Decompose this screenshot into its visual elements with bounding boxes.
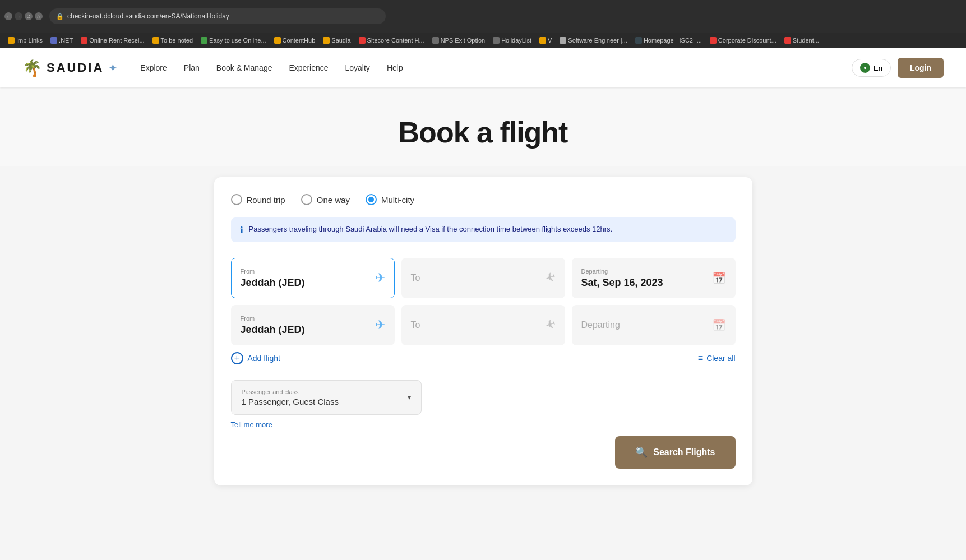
bookmark-homepage[interactable]: Homepage - ISC2 -... [632, 36, 705, 45]
bookmark-corporate[interactable]: Corporate Discount... [706, 36, 780, 45]
bookmark-to-be-noted[interactable]: To be noted [149, 36, 197, 45]
passenger-dropdown[interactable]: Passenger and class 1 Passenger, Guest C… [231, 380, 422, 415]
bookmark-imp-links[interactable]: Imp Links [4, 36, 46, 45]
refresh-button[interactable]: ↺ [25, 12, 33, 20]
bookmark-saudia[interactable]: Saudia [320, 36, 354, 45]
bookmark-icon [493, 37, 500, 44]
chevron-down-icon: ▾ [408, 394, 411, 401]
language-button[interactable]: ● En [852, 59, 891, 77]
bookmark-icon [635, 37, 642, 44]
forward-button[interactable]: → [15, 12, 22, 20]
login-button[interactable]: Login [898, 58, 944, 78]
departing-placeholder-2: Departing [581, 320, 708, 330]
flight-row-2: From Jeddah (JED) ✈ To ✈ Departing 📅 [231, 305, 736, 345]
hero-section: Book a flight [0, 87, 966, 166]
search-flights-button[interactable]: 🔍 Search Flights [615, 436, 735, 469]
to-content-2: To [411, 320, 541, 330]
logo-area[interactable]: 🌴 SAUDIA ✦ [22, 59, 118, 77]
bookmark-icon [274, 37, 281, 44]
departing-label-1: Departing [581, 268, 708, 275]
from-content-2: From Jeddah (JED) [241, 315, 371, 336]
radio-selected-indicator [368, 197, 374, 202]
passenger-value: 1 Passenger, Guest Class [242, 397, 408, 406]
clear-all-button[interactable]: ≡ Clear all [698, 353, 736, 363]
bookmark-icon [784, 37, 791, 44]
bookmark-sitecore[interactable]: Sitecore Content H... [355, 36, 428, 45]
departing-field-2[interactable]: Departing 📅 [572, 305, 736, 345]
home-button[interactable]: ⌂ [35, 12, 43, 20]
one-way-radio[interactable] [301, 194, 312, 205]
to-field-2[interactable]: To ✈ [401, 305, 565, 345]
bookmark-icon [152, 37, 159, 44]
tell-more-link[interactable]: Tell me more [231, 420, 272, 429]
bookmark-v[interactable]: V [536, 36, 555, 45]
add-flight-button[interactable]: + Add flight [231, 352, 280, 364]
logo-text: SAUDIA [47, 61, 104, 75]
multi-city-option[interactable]: Multi-city [366, 194, 414, 205]
bookmark-icon [710, 37, 717, 44]
bookmark-student[interactable]: Student... [781, 36, 822, 45]
bookmark-icon [539, 37, 546, 44]
departing-content-1: Departing Sat, Sep 16, 2023 [581, 268, 708, 289]
passenger-info: Passenger and class 1 Passenger, Guest C… [242, 388, 408, 406]
nav-book-manage[interactable]: Book & Manage [216, 63, 272, 72]
from-label-2: From [241, 315, 371, 322]
bookmark-icon [50, 37, 57, 44]
info-icon: ℹ [240, 225, 243, 235]
address-bar[interactable]: 🔒 checkin-uat.dcloud.saudia.com/en-SA/Na… [49, 8, 386, 24]
nav-loyalty[interactable]: Loyalty [345, 63, 370, 72]
bookmark-easy-to-use[interactable]: Easy to use Online... [197, 36, 270, 45]
nav-explore[interactable]: Explore [140, 63, 167, 72]
bookmark-icon [81, 37, 87, 44]
depart-plane-icon-2: ✈ [375, 318, 385, 332]
main-content: Round trip One way Multi-city ℹ Passenge… [203, 166, 764, 519]
to-placeholder-2: To [411, 320, 541, 330]
multi-city-label: Multi-city [381, 195, 414, 205]
nav-help[interactable]: Help [387, 63, 403, 72]
arrive-plane-icon-2: ✈ [543, 317, 558, 334]
bookmark-online-rent[interactable]: Online Rent Recei... [77, 36, 147, 45]
one-way-option[interactable]: One way [301, 194, 350, 205]
bookmark-icon [323, 37, 330, 44]
bookmark-icon [432, 37, 439, 44]
nav-links: Explore Plan Book & Manage Experience Lo… [140, 63, 852, 72]
trip-type-row: Round trip One way Multi-city [231, 194, 736, 205]
round-trip-radio[interactable] [231, 194, 242, 205]
one-way-label: One way [317, 195, 350, 205]
add-flight-label: Add flight [248, 354, 280, 363]
round-trip-option[interactable]: Round trip [231, 194, 285, 205]
clear-all-label: Clear all [706, 354, 735, 363]
lang-label: En [873, 64, 882, 72]
passenger-section: Passenger and class 1 Passenger, Guest C… [231, 380, 736, 429]
calendar-icon-2: 📅 [712, 318, 726, 332]
add-circle-icon: + [231, 352, 243, 364]
bookmark-software-engineer[interactable]: Software Engineer |... [556, 36, 631, 45]
back-button[interactable]: ← [4, 12, 12, 20]
bookmark-icon [201, 37, 207, 44]
search-icon: 🔍 [635, 446, 648, 459]
flight-row-1: From Jeddah (JED) ✈ To ✈ Departing Sat, … [231, 258, 736, 298]
nav-plan[interactable]: Plan [184, 63, 200, 72]
from-field-2[interactable]: From Jeddah (JED) ✈ [231, 305, 395, 345]
departing-field-1[interactable]: Departing Sat, Sep 16, 2023 📅 [572, 258, 736, 298]
site-nav: 🌴 SAUDIA ✦ Explore Plan Book & Manage Ex… [0, 48, 966, 87]
browser-controls: ← → ↺ ⌂ [4, 12, 43, 20]
bookmarks-bar: Imp Links .NET Online Rent Recei... To b… [0, 33, 966, 48]
url-text: checkin-uat.dcloud.saudia.com/en-SA/Nati… [67, 12, 229, 20]
from-content-1: From Jeddah (JED) [241, 268, 371, 289]
logo-palm-icon: 🌴 [22, 59, 42, 77]
to-field-1[interactable]: To ✈ [401, 258, 565, 298]
bookmark-nps[interactable]: NPS Exit Option [429, 36, 488, 45]
departing-value-1: Sat, Sep 16, 2023 [581, 277, 708, 289]
calendar-icon-1: 📅 [712, 271, 726, 285]
clear-icon: ≡ [698, 353, 703, 363]
nav-experience[interactable]: Experience [289, 63, 328, 72]
bookmark-content-hub[interactable]: ContentHub [271, 36, 319, 45]
from-field-1[interactable]: From Jeddah (JED) ✈ [231, 258, 395, 298]
bookmark-holiday-list[interactable]: HolidayList [489, 36, 535, 45]
round-trip-label: Round trip [247, 195, 285, 205]
bookmark-net[interactable]: .NET [47, 36, 76, 45]
multi-city-radio[interactable] [366, 194, 377, 205]
nav-right: ● En Login [852, 58, 944, 78]
bookmark-icon [359, 37, 366, 44]
